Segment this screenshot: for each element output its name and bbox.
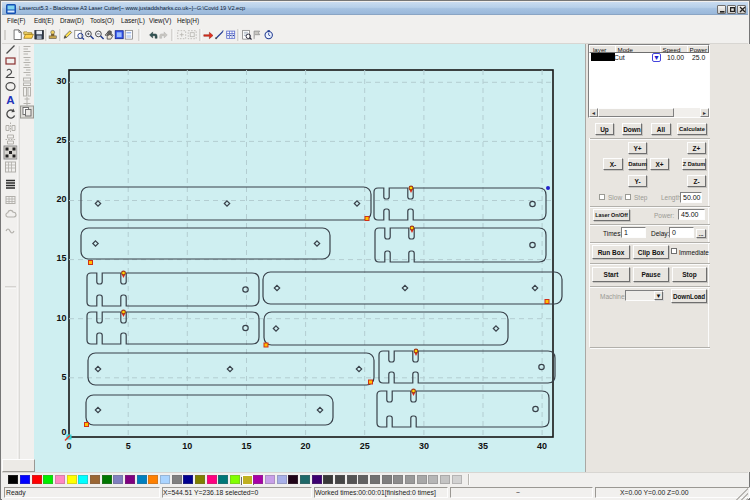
svg-text:30: 30 — [56, 76, 66, 86]
svg-text:15: 15 — [241, 441, 251, 451]
svg-text:25: 25 — [360, 441, 370, 451]
svg-text:0: 0 — [61, 427, 66, 437]
svg-text:35: 35 — [478, 441, 488, 451]
svg-text:5: 5 — [126, 441, 131, 451]
svg-text:40: 40 — [537, 441, 547, 451]
svg-text:10: 10 — [56, 313, 66, 323]
svg-text:10: 10 — [182, 441, 192, 451]
svg-text:5: 5 — [61, 372, 66, 382]
svg-text:20: 20 — [56, 194, 66, 204]
svg-text:20: 20 — [301, 441, 311, 451]
svg-text:0: 0 — [66, 441, 71, 451]
svg-text:25: 25 — [56, 135, 66, 145]
svg-text:A: A — [6, 94, 14, 106]
svg-text:30: 30 — [419, 441, 429, 451]
svg-text:15: 15 — [56, 253, 66, 263]
